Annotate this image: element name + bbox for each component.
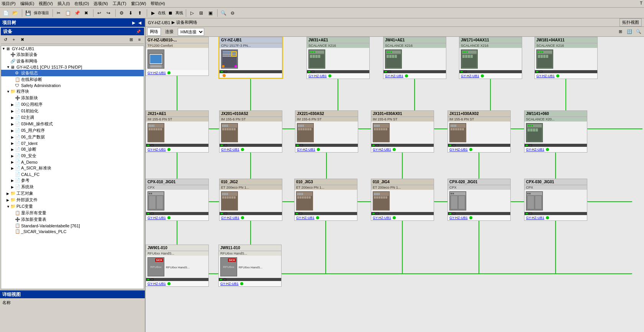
new-btn[interactable]: 📄 [2,9,10,17]
tree-item-add-new-block[interactable]: ➕添加新块 [1,95,144,101]
device-node-gy-hz-ub010[interactable]: GY-HZ-UB010-... TP1200 Comfort GY-HZ-UB1 [146,37,209,76]
tree-item-sys-blocks[interactable]: ▶📄系统块 [1,184,144,190]
device-node-jx221-030as2[interactable]: JX221+030AS2 IM 155-6 PN ST [295,110,358,153]
device-node-jw1141-060[interactable]: JW1141+060 SCALANCE X20... [524,110,587,153]
tree-item-09-safety[interactable]: ▶📄09_安全 [1,153,144,159]
net-zoom-btn[interactable]: 🔍 [635,28,642,35]
menu-tools[interactable]: 工具(T) [113,1,126,7]
tree-item-device-config[interactable]: ⚙设备组态 [1,70,144,76]
menu-view[interactable]: 视图(V) [39,1,53,7]
tree-item-oo-common[interactable]: ▶📄00公用程序 [1,101,144,108]
online-label[interactable]: 在线 [158,10,166,16]
tree-item-02-main[interactable]: ▶📄02主调 [1,114,144,121]
tree-item-a-demo[interactable]: ▶📄A_Demo [1,159,144,165]
tree-item-add-var-table[interactable]: ➕添加新变量表 [1,216,144,223]
tree-item-ext-sources[interactable]: ▶📁外部源文件 [1,197,144,203]
node-link-jx201-010as2[interactable]: GY-HZ-UB1 [221,148,239,151]
device-node-jx201-010as2[interactable]: JX201+010AS2 IM 155-6 PN ST [219,110,282,153]
tree-item-03-hmi[interactable]: ▶📄03HMI_操作模式 [1,121,144,127]
paste-btn[interactable]: 📌 [73,9,81,17]
device-node-cpx-030-jig01[interactable]: CPX-030_JIG01 CPX GY-HZ-UB1 [524,179,587,221]
menu-project[interactable]: 项目(P) [2,1,16,7]
pin-icon[interactable]: ▶ [131,20,136,25]
node-link-gy-hz-ub010[interactable]: GY-HZ-UB1 [147,71,166,75]
tree-item-std-var-table[interactable]: 📋Standard-Variablentabelle [761] [1,223,144,228]
device-view-btn[interactable]: ▣ [206,9,215,17]
delete-btn[interactable]: ✖ [82,9,90,17]
hmi-connect-select[interactable]: HMI连接 [178,28,204,36]
offline-label[interactable]: 离线 [175,10,183,16]
tree-item-add-device[interactable]: ➕添加新设备 [1,51,144,58]
tree-item-plc-vars[interactable]: ▼📁PLC变量 [1,203,144,210]
node-link-jx221-030as2[interactable]: GY-HZ-UB1 [297,148,315,151]
node-link-cpx-020-jig01[interactable]: GY-HZ-UB1 [449,216,468,220]
device-node-jw171-04ax11[interactable]: JW171+04AX11 SCALANCE X216 [459,37,522,79]
node-link-jw901-010[interactable]: GY-HZ-UB1 [147,282,166,286]
device-node-jx21-ae1[interactable]: JX21+AE1 IM 155-6 PN ST [146,110,209,153]
device-node-jw31-ae1[interactable]: JW31+AE1 SCALANCE X216 [306,37,370,79]
device-node-010-jig3[interactable]: 010_JIG3 ET 200eco PN 1... [294,179,357,221]
menu-insert[interactable]: 插入(I) [57,1,70,7]
tree-item-sicar-vars[interactable]: 📋_SICAR_Variables_PLC [1,228,144,234]
compile-btn[interactable]: ⚙ [117,9,126,17]
node-link-jx111-030ax02[interactable]: GY-HZ-UB1 [449,148,468,151]
zoom-in-btn[interactable]: 🔍 [219,9,228,17]
node-link-cpx-030-jig01[interactable]: GY-HZ-UB1 [526,216,544,220]
node-link-010-jig2[interactable]: GY-HZ-UB1 [221,216,239,220]
device-node-gy-hz-ub1-cpu[interactable]: GY-HZ-UB1 CPU 1517F-3 PN... [219,37,282,78]
start-simulation-btn[interactable]: ▷ [188,9,196,17]
open-btn[interactable]: 📂 [11,9,19,17]
node-link-jw31-ae1[interactable]: GY-HZ-UB1 [308,74,327,78]
devices-add-btn[interactable]: + [10,36,18,43]
tree-item-06-prod[interactable]: ▶📄06_生产数据 [1,134,144,140]
device-node-jw911-010[interactable]: JW911-010 RFU6xx HandS... SICK RFU6xx RF… [218,245,282,287]
cut-btn[interactable]: ✂ [54,9,63,17]
download-btn[interactable]: ⬇ [126,9,135,17]
tree-item-07-ident[interactable]: ▶📄07_Ident [1,140,144,146]
upload-btn[interactable]: ⬆ [136,9,144,17]
node-link-jx101-030ax01[interactable]: GY-HZ-UB1 [373,148,391,151]
node-link-jw911-010[interactable]: GY-HZ-UB1 [220,282,239,286]
tree-item-tech-objects[interactable]: ▶📁工艺对象 [1,190,144,197]
node-link-jw41-ae1[interactable]: GY-HZ-UB1 [385,74,403,78]
expand-icon[interactable]: ◀ [137,20,143,25]
node-link-010-jig4[interactable]: GY-HZ-UB1 [373,216,391,220]
project-tree[interactable]: ▼🖥GY-HZ-UB1➕添加新设备🔗设备和网络▼🖥GY-HZ-UB1 [CPU … [1,46,144,289]
tree-item-01-init[interactable]: ▶📄01初始化 [1,108,144,114]
node-link-cpx-010-jig01[interactable]: GY-HZ-UB1 [147,216,166,220]
devices-list-btn[interactable]: ≡ [136,36,143,43]
menu-window[interactable]: 窗口(W) [131,1,146,7]
device-node-jw901-010[interactable]: JW901-010 RFU6xx HandS... SICK RFU6xx RF… [146,245,209,287]
network-tab-btn[interactable]: 网络 [147,28,161,36]
device-node-010-jig4[interactable]: 010_JIG4 ET 200eco PN 1... [371,179,434,221]
tree-item-08-diag[interactable]: ▶📄08_诊断 [1,146,144,153]
tree-item-05-user[interactable]: ▶📄05_用户程序 [1,127,144,134]
node-link-jw171-04ax11[interactable]: GY-HZ-UB1 [461,74,479,78]
copy-btn[interactable]: 📋 [64,9,72,17]
tree-item-call-fc[interactable]: 📄CALL_FC [1,171,144,177]
topo-view-btn[interactable]: 拓扑视图 [619,18,642,26]
breadcrumb-current[interactable]: 设备和网络 [176,20,197,25]
device-node-jw41-ae1[interactable]: JW41+AE1 SCALANCE X216 [383,37,446,79]
tree-item-safety-admin[interactable]: 🛡Safety Administration [1,83,144,88]
redo-btn[interactable]: ↪ [104,9,113,17]
tree-item-a-sicr-std[interactable]: ▶📄A_SICR_标准块 [1,165,144,171]
net-canvas[interactable]: GY-HZ-UB010-... TP1200 Comfort GY-HZ-UB1… [146,37,644,332]
tree-item-show-all-vars[interactable]: 📋显示所有变量 [1,210,144,216]
device-node-cpx-020-jig01[interactable]: CPX-020_JIG01 CPX GY-HZ-UB1 [447,179,511,221]
offline-btn[interactable]: ⏹ [166,9,175,17]
tree-item-gy-hz-ub1[interactable]: ▼🖥GY-HZ-UB1 [1,46,144,51]
node-link-jx21-ae1[interactable]: GY-HZ-UB1 [147,148,166,151]
device-node-jx101-030ax01[interactable]: JX101+030AX01 IM 155-6 PN ST [371,110,434,153]
net-toolbar-icon2[interactable]: 🔢 [626,28,633,35]
tree-item-online-diag[interactable]: 📋在线和诊断 [1,76,144,83]
devices-delete-btn[interactable]: ✖ [18,36,26,43]
net-toolbar-icon1[interactable]: ⊞ [616,28,624,35]
devices-pin-icon[interactable]: 📌 [135,29,142,34]
undo-btn[interactable]: ↩ [95,9,103,17]
node-link-jw181-04ax11[interactable]: GY-HZ-UB1 [536,74,555,78]
connect-tab-btn[interactable]: 连接 [162,28,176,36]
menu-help[interactable]: 帮助(H) [151,1,165,7]
device-node-010-jig2[interactable]: 010_JIG2 ET 200eco PN 1... [219,179,282,221]
device-node-jx111-030ax02[interactable]: JX111+030AX02 IM 155-6 PN ST [447,110,511,153]
